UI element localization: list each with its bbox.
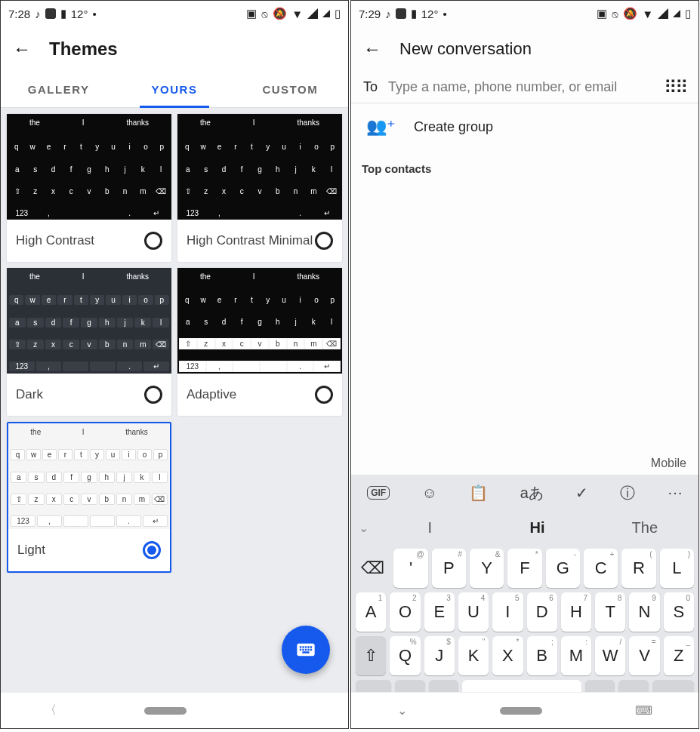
theme-card-light[interactable]: theIthanksqwertyuiopasdfghjkl⇧zxcvbnm⌫12… [7, 422, 171, 573]
nav-home-pill[interactable] [144, 707, 187, 715]
theme-label-row: Dark [7, 374, 171, 416]
key-r[interactable]: R( [621, 549, 655, 588]
to-label: To [363, 79, 378, 95]
key-p[interactable]: P# [432, 549, 466, 588]
back-icon[interactable]: ← [13, 38, 31, 60]
wifi-icon: ▼ [642, 8, 653, 20]
key-f[interactable]: F* [507, 549, 541, 588]
theme-radio[interactable] [144, 232, 162, 250]
theme-radio[interactable] [315, 386, 333, 404]
theme-radio[interactable] [144, 386, 162, 404]
key-i[interactable]: I5 [492, 592, 523, 632]
key-w[interactable]: W/ [595, 636, 625, 675]
status-dot: • [443, 8, 446, 20]
theme-label-row: High Contrast [7, 220, 171, 262]
status-dot: • [92, 8, 96, 20]
status-temp: 12° [71, 8, 88, 20]
key-g[interactable]: G- [546, 549, 580, 588]
key-v[interactable]: V= [629, 636, 659, 675]
suggestions-expand-icon[interactable]: ⌄ [351, 521, 376, 535]
theme-card-high-contrast[interactable]: theIthanksqwertyuiopasdfghjkl⇧zxcvbnm⌫12… [7, 114, 171, 262]
theme-card-dark[interactable]: theIthanksqwertyuiopasdfghjkl⇧zxcvbnm⌫12… [7, 268, 171, 416]
key-t[interactable]: T8 [595, 592, 625, 632]
vpn-icon: ⍉ [261, 8, 268, 20]
tab-custom[interactable]: CUSTOM [233, 72, 348, 107]
kb-tool-4[interactable]: ✓ [575, 484, 588, 502]
suggestion-1[interactable]: I [376, 519, 483, 537]
tab-yours[interactable]: YOURS [116, 72, 232, 107]
theme-card-adaptive[interactable]: theIthanksqwertyuiopasdfghjkl⇧zxcvbnm⌫12… [177, 268, 342, 416]
suggestion-2[interactable]: Hi [483, 519, 591, 537]
key-h[interactable]: H7 [561, 592, 591, 632]
key-a[interactable]: A1 [356, 592, 386, 632]
key-[interactable]: '@ [393, 549, 427, 588]
kb-tool-0[interactable]: GIF [367, 486, 390, 500]
key-e[interactable]: E3 [424, 592, 455, 632]
theme-label-row: High Contrast Minimal [177, 220, 342, 262]
keyboard-fab[interactable] [282, 626, 330, 674]
key-q[interactable]: Q% [390, 636, 420, 675]
key-b[interactable]: B; [527, 636, 557, 675]
tab-gallery[interactable]: GALLERY [1, 72, 116, 107]
nav-home-pill[interactable] [500, 707, 542, 715]
phone-left-themes: 7:28 ♪ ▮ 12° • ▣ ⍉ 🔕 ▼ ▯ ← Themes GALLER… [0, 0, 349, 729]
theme-radio[interactable] [143, 541, 161, 559]
back-icon[interactable]: ← [363, 38, 381, 60]
key-c[interactable]: C+ [584, 549, 618, 588]
mobile-tag: Mobile [351, 454, 698, 475]
to-field-row: To ⠿⠿ [351, 72, 698, 103]
theme-name: Dark [16, 387, 43, 402]
theme-name: High Contrast [16, 233, 94, 248]
key-d[interactable]: D6 [527, 592, 557, 632]
navbar: 〈 [1, 692, 348, 728]
keyboard-toolbar: GIF☺📋aあ✓ⓘ⋯ [351, 475, 698, 511]
key-l[interactable]: L) [660, 549, 694, 588]
key-[interactable]: ⇧ [356, 636, 386, 675]
suggestion-3[interactable]: The [591, 519, 698, 537]
key-s[interactable]: S0 [664, 592, 694, 632]
kb-tool-1[interactable]: ☺ [422, 484, 437, 502]
key-y[interactable]: Y& [470, 549, 504, 588]
top-contacts-header: Top contacts [351, 150, 698, 187]
kb-tool-5[interactable]: ⓘ [620, 483, 635, 503]
theme-radio[interactable] [315, 232, 333, 250]
nav-back-icon[interactable]: 〈 [45, 703, 57, 718]
kb-tool-6[interactable]: ⋯ [668, 484, 683, 502]
keyboard: GIF☺📋aあ✓ⓘ⋯ ⌄ I Hi The ⌫'@P#Y&F*G-C+R(L)A… [351, 475, 698, 728]
cast-icon: ▣ [246, 7, 257, 20]
dialpad-icon[interactable]: ⠿⠿ [664, 85, 686, 91]
theme-preview: theIthanksqwertyuiopasdfghjkl⇧zxcvbnm⌫12… [7, 268, 171, 374]
appbar: ← New conversation [351, 26, 698, 72]
status-time: 7:28 [8, 8, 30, 20]
page-title: Themes [49, 38, 118, 60]
recipient-input[interactable] [388, 79, 653, 95]
kb-tool-3[interactable]: aあ [520, 483, 544, 503]
theme-preview: theIthanksqwertyuiopasdfghjkl⇧zxcvbnm⌫12… [8, 423, 170, 529]
empty-contacts-area [351, 187, 698, 454]
dnd-icon: 🔕 [273, 7, 287, 20]
key-[interactable]: ⌫ [356, 549, 390, 588]
key-n[interactable]: N9 [629, 592, 659, 632]
nav-back-icon[interactable]: ⌄ [397, 703, 407, 718]
status-bar: 7:29 ♪ ▮ 12° • ▣ ⍉ 🔕 ▼ ▯ [351, 1, 698, 26]
app-icon [396, 8, 406, 19]
theme-name: High Contrast Minimal [187, 233, 313, 248]
key-u[interactable]: U4 [458, 592, 489, 632]
battery-icon: ▯ [335, 7, 341, 20]
create-group-button[interactable]: 👥⁺ Create group [351, 103, 698, 150]
create-group-icon: 👥⁺ [366, 117, 396, 137]
theme-preview: theIthanksqwertyuiopasdfghjkl⇧zxcvbnm⌫12… [177, 268, 342, 374]
key-k[interactable]: K" [458, 636, 489, 675]
phone-right-conversation: 7:29 ♪ ▮ 12° • ▣ ⍉ 🔕 ▼ ▯ ← New conversat… [350, 0, 699, 729]
signal-icon [658, 8, 668, 19]
theme-card-high-contrast-minimal[interactable]: theIthanksqwertyuiopasdfghjkl⇧zxcvbnm⌫12… [177, 114, 342, 262]
key-o[interactable]: O2 [390, 592, 420, 632]
vpn-icon: ⍉ [612, 8, 618, 20]
key-m[interactable]: M: [561, 636, 591, 675]
keyboard-switch-icon[interactable]: ⌨ [635, 703, 652, 718]
create-group-label: Create group [414, 119, 493, 135]
key-j[interactable]: J$ [424, 636, 455, 675]
key-x[interactable]: X* [492, 636, 523, 675]
key-z[interactable]: Z_ [664, 636, 694, 675]
kb-tool-2[interactable]: 📋 [469, 484, 488, 502]
